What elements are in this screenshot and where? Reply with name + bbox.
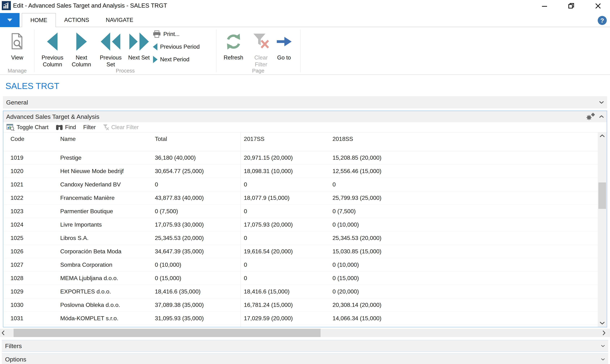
cell-code[interactable]: 1024 xyxy=(11,218,23,231)
cell-2017[interactable]: 16,781.24 (15,000) xyxy=(244,298,293,312)
table-row[interactable]: 1029 EXPORTLES d.o.o. 18,416.6 (35,000) … xyxy=(3,285,607,298)
cell-name[interactable]: Het Nieuwe Mode bedrijf xyxy=(60,165,124,178)
chevron-down-icon[interactable] xyxy=(599,101,604,104)
table-row[interactable]: 1027 Sombra Corporation 0 (10,000) 0 0 (… xyxy=(3,258,607,272)
previous-period-button[interactable]: Previous Period xyxy=(153,43,200,51)
cell-name[interactable]: Corporación Beta Moda xyxy=(60,245,121,258)
cell-name[interactable]: Parmentier Boutique xyxy=(60,205,113,218)
cell-code[interactable]: 1030 xyxy=(11,298,23,312)
cell-2017[interactable]: 18,416.6 (15,000) xyxy=(244,285,290,298)
cell-code[interactable]: 1020 xyxy=(11,165,23,178)
tab-navigate[interactable]: NAVIGATE xyxy=(97,13,142,27)
cell-total[interactable]: 17,075.93 (30,000) xyxy=(155,218,204,231)
cell-code[interactable]: 1031 xyxy=(11,312,23,325)
horizontal-scrollbar-thumb[interactable] xyxy=(13,329,320,337)
cell-total[interactable]: 0 xyxy=(155,178,158,191)
section-options[interactable]: Options xyxy=(2,353,608,364)
go-to-button[interactable]: Go to xyxy=(273,29,295,61)
cell-name[interactable]: MEMA Ljubljana d.o.o. xyxy=(60,272,118,285)
help-icon[interactable]: ? xyxy=(598,16,607,25)
scroll-up-icon[interactable] xyxy=(598,134,607,137)
cell-code[interactable]: 1022 xyxy=(11,191,23,205)
chevron-up-icon[interactable] xyxy=(599,115,604,118)
table-row[interactable]: 1021 Candoxy Nederland BV 0 0 0 xyxy=(3,178,607,191)
matrix-header[interactable]: Advanced Sales Target & Analysis xyxy=(3,111,607,122)
cell-2018[interactable]: 0 (7,500) xyxy=(332,205,356,218)
cell-total[interactable]: 37,089.38 (35,000) xyxy=(155,298,204,312)
cell-total[interactable]: 34,647.39 (35,000) xyxy=(155,245,204,258)
cell-2018[interactable]: 0 (20,000) xyxy=(332,285,359,298)
find-button[interactable]: Find xyxy=(56,124,76,130)
print-button[interactable]: Print... xyxy=(153,30,200,38)
next-set-button[interactable]: Next Set xyxy=(124,29,153,61)
cell-name[interactable]: Libros S.A. xyxy=(60,232,89,245)
cell-2018[interactable]: 0 (10,000) xyxy=(332,258,359,272)
vertical-scrollbar-thumb[interactable] xyxy=(598,182,606,209)
view-button[interactable]: View xyxy=(3,29,32,61)
refresh-button[interactable]: Refresh xyxy=(220,29,247,61)
cell-2017[interactable]: 18,077.9 (15,000) xyxy=(244,191,290,205)
tab-actions[interactable]: ACTIONS xyxy=(56,13,97,27)
cell-2017[interactable]: 17,075.93 (20,000) xyxy=(244,218,293,231)
section-general[interactable]: General xyxy=(3,96,607,108)
cell-total[interactable]: 18,416.6 (35,000) xyxy=(155,285,201,298)
cell-2017[interactable]: 18,098.31 (10,000) xyxy=(244,165,293,178)
cell-2017[interactable]: 0 xyxy=(244,232,247,245)
cell-name[interactable]: Móda-KOMPLET s.r.o. xyxy=(60,312,118,325)
next-column-button[interactable]: Next Column xyxy=(67,29,96,68)
cell-2017[interactable]: 0 xyxy=(244,258,247,272)
cell-code[interactable]: 1021 xyxy=(11,178,23,191)
restore-button[interactable] xyxy=(568,2,575,10)
cell-code[interactable]: 1025 xyxy=(11,232,23,245)
cell-2017[interactable]: 0 xyxy=(244,272,247,285)
cell-2018[interactable]: 14,066.34 (15,000) xyxy=(332,312,381,325)
section-filters[interactable]: Filters xyxy=(2,340,608,352)
horizontal-scrollbar[interactable] xyxy=(0,329,610,337)
cell-name[interactable]: Poslovna Obleka d.o.o. xyxy=(60,298,120,312)
cell-2017[interactable]: 0 xyxy=(244,205,247,218)
vertical-scrollbar[interactable] xyxy=(598,132,607,327)
cell-code[interactable]: 1019 xyxy=(11,151,23,164)
cell-total[interactable]: 43,877.83 (40,000) xyxy=(155,191,204,205)
clear-filter-button[interactable]: Clear Filter xyxy=(248,29,275,68)
table-row[interactable]: 1023 Parmentier Boutique 0 (7,500) 0 0 (… xyxy=(3,205,607,218)
cell-code[interactable]: 1029 xyxy=(11,285,23,298)
cell-2018[interactable]: 20,308.14 (20,000) xyxy=(332,298,381,312)
table-row[interactable]: 1022 Francematic Manière 43,877.83 (40,0… xyxy=(3,191,607,205)
cell-total[interactable]: 30,654.77 (25,000) xyxy=(155,165,204,178)
cell-2017[interactable]: 0 xyxy=(244,178,247,191)
cell-2018[interactable]: 25,799.93 (25,000) xyxy=(332,191,381,205)
table-row[interactable]: 1031 Móda-KOMPLET s.r.o. 31,095.93 (35,0… xyxy=(3,312,607,325)
cell-name[interactable]: Candoxy Nederland BV xyxy=(60,178,121,191)
cell-2018[interactable]: 15,208.85 (20,000) xyxy=(332,151,381,164)
table-row[interactable]: 1028 MEMA Ljubljana d.o.o. 0 (15,000) 0 … xyxy=(3,272,607,285)
cell-total[interactable]: 0 (7,500) xyxy=(155,205,178,218)
filter-button[interactable]: Filter xyxy=(83,124,96,130)
cell-2018[interactable]: 25,345.53 (20,000) xyxy=(332,232,381,245)
cell-2018[interactable]: 0 xyxy=(332,178,336,191)
table-row[interactable]: 1024 Livre Importants 17,075.93 (30,000)… xyxy=(3,218,607,232)
clear-filter-toolbar-button[interactable]: Clear Filter xyxy=(103,124,139,130)
minimize-button[interactable] xyxy=(541,2,548,10)
cell-total[interactable]: 25,345.53 (20,000) xyxy=(155,232,204,245)
scroll-down-icon[interactable] xyxy=(598,322,607,325)
cell-name[interactable]: Sombra Corporation xyxy=(60,258,112,272)
cell-2018[interactable]: 12,556.46 (15,000) xyxy=(332,165,381,178)
scroll-left-icon[interactable] xyxy=(2,329,4,337)
cell-name[interactable]: Francematic Manière xyxy=(60,191,115,205)
cell-code[interactable]: 1027 xyxy=(11,258,23,272)
previous-column-button[interactable]: Previous Column xyxy=(38,29,67,68)
cell-2017[interactable]: 20,971.15 (20,000) xyxy=(244,151,293,164)
cell-code[interactable]: 1028 xyxy=(11,272,23,285)
application-menu-button[interactable] xyxy=(0,13,20,27)
cell-name[interactable]: EXPORTLES d.o.o. xyxy=(60,285,111,298)
cell-name[interactable]: Prestige xyxy=(60,151,81,164)
gears-icon[interactable] xyxy=(586,113,595,120)
cell-2018[interactable]: 0 (10,000) xyxy=(332,218,359,231)
cell-2018[interactable]: 15,030.85 (15,000) xyxy=(332,245,381,258)
chevron-down-icon[interactable] xyxy=(601,345,605,347)
toggle-chart-button[interactable]: Toggle Chart xyxy=(7,124,49,131)
previous-set-button[interactable]: Previous Set xyxy=(96,29,125,68)
tab-home[interactable]: HOME xyxy=(22,13,56,27)
cell-total[interactable]: 36,180 (40,000) xyxy=(155,151,196,164)
